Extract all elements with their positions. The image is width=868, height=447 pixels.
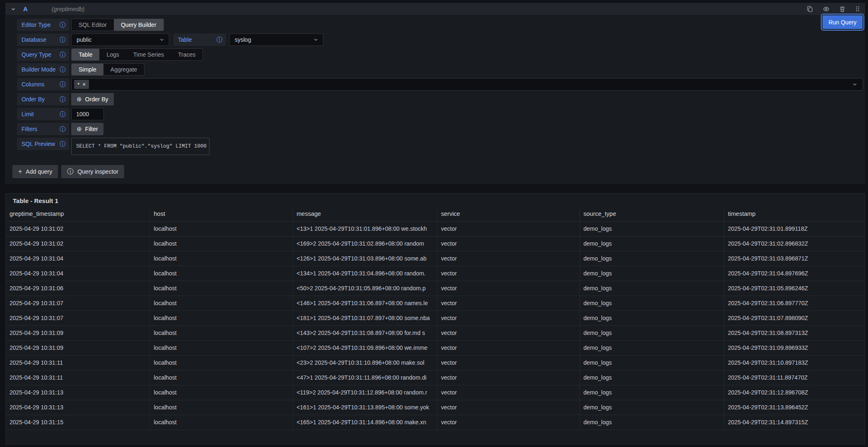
info-icon[interactable]: ⓘ xyxy=(60,67,65,72)
add-order-by-button[interactable]: ⊕ Order By xyxy=(71,93,114,105)
info-icon[interactable]: ⓘ xyxy=(60,96,65,102)
info-circle-icon: ⓘ xyxy=(67,167,74,176)
table-row: 2025-04-29 10:31:13localhost<119>2 2025-… xyxy=(6,385,865,400)
table-cell: demo_logs xyxy=(579,400,724,415)
table-cell: 2025-04-29T02:31:10.897183Z xyxy=(724,355,865,370)
table-cell: localhost xyxy=(150,400,293,415)
limit-input[interactable] xyxy=(71,108,104,120)
hide-response-eye-icon[interactable] xyxy=(823,6,830,12)
column-header-service[interactable]: service xyxy=(437,207,579,221)
field-label-table: Table ⓘ xyxy=(173,33,226,46)
field-label-sql-preview: SQL Preview ⓘ xyxy=(17,138,69,150)
table-cell: localhost xyxy=(150,325,293,340)
table-cell: 2025-04-29T02:31:08.897313Z xyxy=(724,325,865,340)
info-icon[interactable]: ⓘ xyxy=(60,126,65,132)
table-cell: localhost xyxy=(150,281,293,296)
builder-mode-option-aggregate[interactable]: Aggregate xyxy=(103,64,144,75)
editor-type-option-sql-editor[interactable]: SQL Editor xyxy=(72,19,114,31)
table-header-row: greptime_timestamp host message service … xyxy=(6,207,865,221)
table-cell: <13>1 2025-04-29T10:31:01.896+08:00 we.s… xyxy=(293,221,437,236)
sql-preview-text: SELECT * FROM "public"."syslog" LIMIT 10… xyxy=(76,143,207,149)
chevron-down-icon xyxy=(852,81,858,87)
info-icon[interactable]: ⓘ xyxy=(60,141,65,147)
builder-mode-group: Simple Aggregate xyxy=(71,63,144,76)
table-cell: 2025-04-29 10:31:07 xyxy=(6,311,150,325)
table-cell: 2025-04-29 10:31:09 xyxy=(6,325,150,340)
table-row: 2025-04-29 10:31:11localhost<47>1 2025-0… xyxy=(6,370,865,385)
table-cell: <169>2 2025-04-29T10:31:02.896+08:00 ran… xyxy=(293,236,437,251)
info-icon[interactable]: ⓘ xyxy=(60,22,65,28)
remove-query-trash-icon[interactable] xyxy=(839,6,845,12)
table-cell: <119>2 2025-04-29T10:31:12.896+08:00 ran… xyxy=(293,385,437,400)
column-header-timestamp[interactable]: timestamp xyxy=(724,207,865,221)
table-cell: demo_logs xyxy=(579,325,724,340)
table-cell: demo_logs xyxy=(579,281,724,296)
run-query-button[interactable]: Run Query xyxy=(822,15,863,29)
column-header-message[interactable]: message xyxy=(293,207,437,221)
table-cell: vector xyxy=(437,340,579,355)
table-select[interactable]: syslog xyxy=(229,33,323,46)
drag-handle-icon[interactable] xyxy=(855,6,860,12)
database-select[interactable]: public xyxy=(71,33,169,46)
query-row-header[interactable]: A (greptimedb) xyxy=(6,3,865,15)
table-cell: localhost xyxy=(150,221,293,236)
query-inspector-button[interactable]: ⓘ Query inspector xyxy=(61,165,124,178)
info-icon[interactable]: ⓘ xyxy=(60,37,65,43)
column-header-greptime-timestamp[interactable]: greptime_timestamp xyxy=(6,207,150,221)
query-type-option-traces[interactable]: Traces xyxy=(171,49,202,60)
table-cell: 2025-04-29T02:31:13.896452Z xyxy=(724,400,865,415)
table-cell: localhost xyxy=(150,355,293,370)
table-cell: demo_logs xyxy=(579,311,724,325)
table-cell: 2025-04-29 10:31:06 xyxy=(6,281,150,296)
duplicate-query-icon[interactable] xyxy=(807,6,813,12)
info-icon[interactable]: ⓘ xyxy=(60,52,65,57)
column-header-host[interactable]: host xyxy=(150,207,293,221)
table-cell: vector xyxy=(437,221,579,236)
table-row: 2025-04-29 10:31:04localhost<126>1 2025-… xyxy=(6,251,865,266)
table-cell: 2025-04-29 10:31:02 xyxy=(6,221,150,236)
table-cell: vector xyxy=(437,281,579,296)
column-header-source-type[interactable]: source_type xyxy=(579,207,724,221)
editor-type-option-query-builder[interactable]: Query Builder xyxy=(114,19,164,31)
table-row: 2025-04-29 10:31:02localhost<169>2 2025-… xyxy=(6,236,865,251)
table-row: 2025-04-29 10:31:09localhost<143>2 2025-… xyxy=(6,325,865,340)
table-row: 2025-04-29 10:31:15localhost<165>1 2025-… xyxy=(6,415,865,430)
info-icon[interactable]: ⓘ xyxy=(216,37,222,43)
table-cell: 2025-04-29T02:31:12.896708Z xyxy=(724,385,865,400)
table-cell: vector xyxy=(437,370,579,385)
field-label-editor-type: Editor Type ⓘ xyxy=(17,19,69,31)
table-cell: 2025-04-29T02:31:03.896871Z xyxy=(724,251,865,266)
table-row: 2025-04-29 10:31:02localhost<13>1 2025-0… xyxy=(6,221,865,236)
table-cell: demo_logs xyxy=(579,251,724,266)
table-cell: vector xyxy=(437,355,579,370)
table-cell: <126>1 2025-04-29T10:31:03.896+08:00 som… xyxy=(293,251,437,266)
remove-tag-icon[interactable]: × xyxy=(82,81,86,87)
table-cell: vector xyxy=(437,251,579,266)
query-type-option-logs[interactable]: Logs xyxy=(99,49,126,60)
table-row: 2025-04-29 10:31:07localhost<146>1 2025-… xyxy=(6,296,865,311)
table-cell: demo_logs xyxy=(579,415,724,430)
table-cell: 2025-04-29T02:31:14.897315Z xyxy=(724,415,865,430)
columns-multiselect[interactable]: * × xyxy=(71,78,863,91)
form-row-filters: Filters ⓘ ⊕ Filter xyxy=(17,123,863,135)
table-cell: vector xyxy=(437,311,579,325)
form-row-builder-mode: Builder Mode ⓘ Simple Aggregate xyxy=(17,63,863,76)
table-cell: localhost xyxy=(150,340,293,355)
circle-plus-icon: ⊕ xyxy=(77,125,82,133)
table-cell: 2025-04-29 10:31:11 xyxy=(6,370,150,385)
table-cell: <23>2 2025-04-29T10:31:10.896+08:00 make… xyxy=(293,355,437,370)
result-table: greptime_timestamp host message service … xyxy=(6,207,865,430)
datasource-name: (greptimedb) xyxy=(52,6,84,12)
info-icon[interactable]: ⓘ xyxy=(60,111,65,117)
query-type-option-table[interactable]: Table xyxy=(72,49,99,60)
collapse-chevron-icon[interactable] xyxy=(11,7,16,12)
builder-mode-option-simple[interactable]: Simple xyxy=(72,64,103,75)
table-row: 2025-04-29 10:31:07localhost<181>1 2025-… xyxy=(6,311,865,325)
info-icon[interactable]: ⓘ xyxy=(60,81,65,87)
add-filter-button[interactable]: ⊕ Filter xyxy=(71,123,103,135)
table-row: 2025-04-29 10:31:09localhost<107>2 2025-… xyxy=(6,340,865,355)
table-row: 2025-04-29 10:31:06localhost<50>2 2025-0… xyxy=(6,281,865,296)
query-type-option-time-series[interactable]: Time Series xyxy=(126,49,171,60)
add-query-button[interactable]: + Add query xyxy=(12,165,58,178)
table-cell: demo_logs xyxy=(579,370,724,385)
